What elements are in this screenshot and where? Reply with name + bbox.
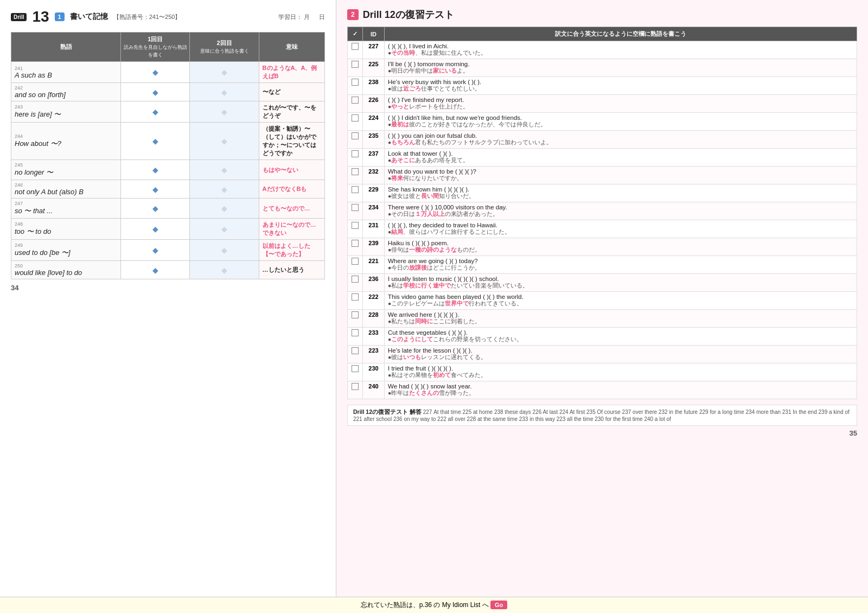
col-2nd-cell: ◆ <box>190 101 259 123</box>
table-row: 245 no longer 〜 ◆ ◆ もはや〜ない <box>11 160 325 180</box>
col-1st-cell: ◆ <box>121 62 190 83</box>
table-row: 241 A such as B ◆ ◆ BのようなA、A、例えばB <box>11 62 325 83</box>
jpn-sentence: ●このようにしてこれらの野菜を切ってください。 <box>388 336 853 343</box>
go-badge[interactable]: Go <box>490 601 507 609</box>
right-panel: 2 Drill 12の復習テスト ✓ ID 訳文に合う英文になるように空欄に熟語… <box>336 0 868 613</box>
table-row: 229 She has known him ( )( )( )( ). ●彼女は… <box>348 184 857 202</box>
page-num-right: 35 <box>347 429 857 437</box>
checkbox-cell[interactable] <box>348 149 363 167</box>
jpn-sentence: ●今日の放課後はどこに行こうか。 <box>388 264 853 272</box>
jpn-sentence: ●このテレビゲームは世界中で行われてきている。 <box>388 300 853 308</box>
table-row: 249 used to do [be 〜] ◆ ◆ 以前はよく…した【〜であった… <box>11 240 325 261</box>
eng-sentence: I usually listen to music ( )( )( )( ) s… <box>388 276 853 282</box>
answer-title: Drill 12の復習テスト 解答 <box>353 408 422 415</box>
row-main-cell: ( )( ) I didn't like him, but now we're … <box>385 113 857 131</box>
row-id-cell: 227 <box>363 41 385 59</box>
checkbox[interactable] <box>352 293 359 301</box>
checkbox[interactable] <box>352 186 359 193</box>
checkbox-cell[interactable] <box>348 310 363 328</box>
checkbox-cell[interactable] <box>348 274 363 292</box>
checkbox[interactable] <box>352 240 359 247</box>
drill-badge: Drill <box>11 13 27 21</box>
table-row: 244 How about 〜? ◆ ◆ （提案・勧誘）〜（して）はいかがですか… <box>11 123 325 160</box>
eng-sentence: ( )( )( ), I lived in Aichi. <box>388 43 853 49</box>
vocab-phrase: A such as B <box>15 71 117 79</box>
checkbox-cell[interactable] <box>348 113 363 131</box>
checkbox-cell[interactable] <box>348 41 363 59</box>
checkbox[interactable] <box>352 383 359 390</box>
checkbox-cell[interactable] <box>348 363 363 381</box>
checkbox[interactable] <box>352 43 359 50</box>
checkbox[interactable] <box>352 365 359 372</box>
checkbox[interactable] <box>352 168 359 175</box>
row-num: 248 <box>15 221 117 227</box>
col-2nd-cell: ◆ <box>190 123 259 160</box>
row-num: 249 <box>15 242 117 248</box>
eng-sentence: He's late for the lesson ( )( )( ). <box>388 347 853 354</box>
checkbox-cell[interactable] <box>348 95 363 113</box>
checkbox[interactable] <box>352 114 359 122</box>
checkbox[interactable] <box>352 61 359 68</box>
checkbox-cell[interactable] <box>348 238 363 256</box>
vocab-meaning: これが〜です、〜をどうぞ <box>263 104 316 119</box>
checkbox[interactable] <box>352 222 359 229</box>
row-main-cell: I tried the fruit ( )( )( )( ). ●私はその果物を… <box>385 363 857 381</box>
checkbox[interactable] <box>352 258 359 265</box>
checkbox[interactable] <box>352 311 359 318</box>
checkbox[interactable] <box>352 204 359 211</box>
row-main-cell: Where are we going ( )( ) today? ●今日の放課後… <box>385 256 857 274</box>
checkbox[interactable] <box>352 132 359 139</box>
table-row: 250 would like [love] to do ◆ ◆ …したいと思う <box>11 261 325 279</box>
jpn-sentence: ●明日の午前中は家にいるよ。 <box>388 67 853 75</box>
checkbox[interactable] <box>352 347 359 354</box>
col-1st-cell: ◆ <box>121 180 190 199</box>
table-row: 248 too 〜 to do ◆ ◆ あまりに〜なので…できない <box>11 219 325 240</box>
answer-text: 227 At that time 225 at home 238 these d… <box>353 409 850 422</box>
checkbox[interactable] <box>352 150 359 157</box>
checkbox[interactable] <box>352 97 359 104</box>
jpn-sentence: ●私たちは同時にここに到着した。 <box>388 318 853 325</box>
checkbox-cell[interactable] <box>348 328 363 346</box>
checkbox-cell[interactable] <box>348 292 363 310</box>
table-row: 247 so 〜 that ... ◆ ◆ とても〜なので… <box>11 199 325 219</box>
section2-header: 2 Drill 12の復習テスト <box>347 8 857 21</box>
vocab-meaning-cell: これが〜です、〜をどうぞ <box>259 101 324 123</box>
checkbox-cell[interactable] <box>348 202 363 220</box>
table-row: 223 He's late for the lesson ( )( )( ). … <box>348 346 857 363</box>
table-row: 234 There were ( )( ) 10,000 visitors on… <box>348 202 857 220</box>
eng-sentence: Haiku is ( )( )( ) poem. <box>388 240 853 246</box>
study-date: 学習日： 月 日 <box>278 13 325 21</box>
table-row: 224 ( )( ) I didn't like him, but now we… <box>348 113 857 131</box>
vocab-meaning: BのようなA、A、例えばB <box>263 65 317 79</box>
checkbox-cell[interactable] <box>348 256 363 274</box>
row-id-cell: 226 <box>363 95 385 113</box>
col-2nd-cell: ◆ <box>190 83 259 101</box>
vocab-meaning: …したいと思う <box>263 266 304 273</box>
checkbox-cell[interactable] <box>348 131 363 149</box>
vocab-phrase: used to do [be 〜] <box>15 248 117 258</box>
checkbox[interactable] <box>352 276 359 283</box>
checkbox[interactable] <box>352 329 359 336</box>
col-main-header: 訳文に合う英文になるように空欄に熟語を書こう <box>385 27 857 41</box>
checkbox-cell[interactable] <box>348 381 363 399</box>
checkbox-cell[interactable] <box>348 77 363 95</box>
checkbox-cell[interactable] <box>348 346 363 363</box>
eng-sentence: I tried the fruit ( )( )( )( ). <box>388 365 853 372</box>
table-row: 226 ( )( ) I've finished my report. ●やっと… <box>348 95 857 113</box>
row-main-cell: There were ( )( ) 10,000 visitors on the… <box>385 202 857 220</box>
eng-sentence: ( )( )( ), they decided to travel to Haw… <box>388 222 853 228</box>
row-id-cell: 233 <box>363 328 385 346</box>
jpn-sentence: ●彼女は彼と長い間知り合いだ。 <box>388 193 853 200</box>
checkbox-cell[interactable] <box>348 59 363 77</box>
row-main-cell: ( )( ) you can join our futsal club. ●もち… <box>385 131 857 149</box>
checkbox-cell[interactable] <box>348 167 363 184</box>
checkbox-cell[interactable] <box>348 220 363 238</box>
checkbox-cell[interactable] <box>348 184 363 202</box>
checkbox[interactable] <box>352 79 359 86</box>
row-id-cell: 222 <box>363 292 385 310</box>
eng-sentence: ( )( ) I've finished my report. <box>388 97 853 103</box>
table-row: 240 We had ( )( )( ) snow last year. ●昨年… <box>348 381 857 399</box>
vocab-phrase-cell: 246 not only A but (also) B <box>11 180 121 199</box>
vocab-phrase: and so on [forth] <box>15 91 117 99</box>
vocab-phrase-cell: 247 so 〜 that ... <box>11 199 121 219</box>
